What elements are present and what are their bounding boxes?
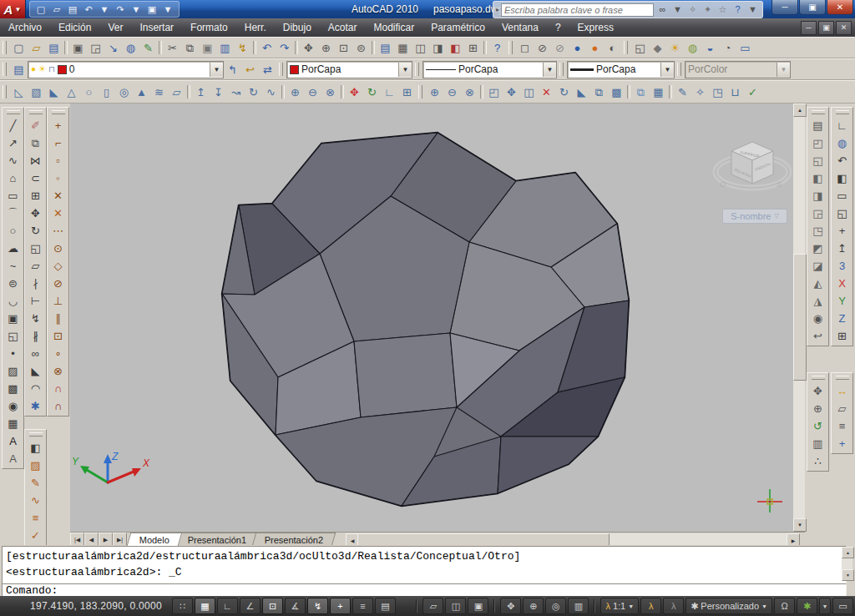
- array-icon[interactable]: ⊞: [27, 187, 44, 204]
- rotate-icon[interactable]: ↻: [27, 222, 44, 240]
- toolbar-grip[interactable]: [29, 110, 43, 114]
- copy-edges-icon[interactable]: ⧉: [632, 84, 650, 100]
- rotate-faces-icon[interactable]: ↻: [555, 84, 573, 100]
- toolbar-grip[interactable]: [836, 376, 849, 380]
- extend-icon[interactable]: ⊢: [27, 292, 44, 310]
- application-menu-button[interactable]: A▼: [0, 0, 26, 18]
- pan-icon[interactable]: ✥: [500, 598, 521, 614]
- markup-icon[interactable]: ✎: [139, 40, 157, 56]
- 3d-dwf-icon[interactable]: ◍: [122, 40, 139, 56]
- revision-cloud-icon[interactable]: ☁: [4, 240, 22, 257]
- plot-icon[interactable]: ▣: [69, 40, 87, 56]
- left-view-icon[interactable]: ◧: [809, 169, 827, 187]
- named-views-icon[interactable]: ▤: [809, 117, 827, 134]
- previous-tab-icon[interactable]: ◀: [84, 533, 99, 546]
- scroll-up-icon[interactable]: ▲: [842, 547, 854, 558]
- toolbar-grip[interactable]: [812, 110, 825, 114]
- command-input-line[interactable]: Comando:: [2, 583, 847, 597]
- toggle-lwt[interactable]: ≡: [352, 598, 373, 614]
- tool-palettes-icon[interactable]: ◫: [412, 40, 429, 56]
- doc-minimize-button[interactable]: ─: [801, 21, 817, 35]
- workspace-switching-button[interactable]: ✱ Personalizado ▼: [686, 598, 772, 614]
- color-control-dropdown[interactable]: PorCapa ▼: [286, 61, 412, 78]
- scroll-down-icon[interactable]: ▼: [842, 569, 854, 581]
- y-rotate-ucs-icon[interactable]: Y: [833, 292, 851, 310]
- tab-presentación1[interactable]: Presentación1: [175, 533, 260, 546]
- layer-properties-manager-icon[interactable]: ▤: [10, 62, 28, 78]
- model-icon[interactable]: ▱: [422, 598, 443, 614]
- manage-visual-styles-icon[interactable]: ◐: [604, 40, 621, 56]
- world-ucs-icon[interactable]: ◍: [833, 134, 851, 152]
- top-view-icon[interactable]: ◰: [809, 134, 827, 152]
- snap-midpoint-icon[interactable]: ◦: [49, 169, 67, 187]
- edit-attribute-icon[interactable]: ✓: [27, 527, 44, 544]
- restore-button[interactable]: ▣: [799, 0, 826, 15]
- layer-control-dropdown[interactable]: ● ☀ ⊓ 0 ▼: [28, 61, 224, 78]
- draworder-icon[interactable]: ◧: [27, 439, 44, 457]
- plot-preview-icon[interactable]: ◲: [87, 40, 104, 56]
- snap-apparent-intersection-icon[interactable]: ✕: [49, 204, 67, 222]
- toolbar-grip[interactable]: [677, 63, 681, 76]
- join-icon[interactable]: ∞: [27, 345, 44, 362]
- create-camera-icon[interactable]: ◉: [809, 310, 827, 327]
- snap-from-icon[interactable]: ⌐: [49, 134, 67, 152]
- tab-modelo[interactable]: Modelo: [127, 533, 183, 546]
- show-motion-icon[interactable]: ▥: [568, 598, 589, 614]
- undo-icon[interactable]: ↶: [81, 3, 96, 16]
- distance-icon[interactable]: ↔: [833, 382, 851, 400]
- minimize-button[interactable]: ─: [772, 0, 798, 15]
- undo-icon[interactable]: ↶: [258, 40, 276, 56]
- zoom-realtime-icon[interactable]: ⊕: [317, 40, 335, 56]
- temporary-track-point-icon[interactable]: +: [49, 117, 67, 134]
- menu-acotar[interactable]: Acotar: [320, 18, 366, 37]
- snap-endpoint-icon[interactable]: ▫: [49, 152, 67, 169]
- toggle-grid[interactable]: ▦: [195, 598, 215, 614]
- nw-isometric-icon[interactable]: ◮: [809, 292, 827, 310]
- quick-view-drawings-icon[interactable]: ▣: [468, 598, 488, 614]
- bottom-view-icon[interactable]: ◱: [809, 152, 827, 169]
- snap-node-icon[interactable]: ∘: [49, 345, 67, 362]
- publish-icon[interactable]: ↘: [104, 40, 122, 56]
- close-button[interactable]: ✕: [827, 0, 853, 15]
- toolbar-grip[interactable]: [836, 110, 849, 114]
- union-icon[interactable]: ⊕: [426, 84, 443, 100]
- circle-icon[interactable]: ○: [4, 222, 22, 240]
- save-icon[interactable]: ▤: [45, 40, 63, 56]
- toggle-ortho[interactable]: ∟: [217, 598, 238, 614]
- rectangle-icon[interactable]: ▭: [4, 187, 22, 204]
- quick-view-layouts-icon[interactable]: ◫: [445, 598, 466, 614]
- snap-none-icon[interactable]: ∩: [49, 380, 67, 397]
- last-tab-icon[interactable]: ▶|: [113, 533, 127, 546]
- dropdown-icon[interactable]: ▼: [670, 3, 685, 16]
- apply-ucs-icon[interactable]: ⊞: [833, 327, 851, 345]
- drawing-viewport[interactable]: O S SUPERIOR IZQUIERDA FRONTAL Z Y X: [70, 104, 794, 532]
- union-icon[interactable]: ⊕: [286, 84, 304, 100]
- osnap-settings-icon[interactable]: ∩: [49, 397, 67, 415]
- separate-icon[interactable]: ◳: [709, 84, 726, 100]
- revolve-icon[interactable]: ↻: [245, 84, 262, 100]
- 3d-rotate-icon[interactable]: ↻: [363, 84, 381, 100]
- menu-ver[interactable]: Ver: [99, 18, 131, 37]
- communication-center-icon[interactable]: ✦: [701, 3, 715, 16]
- 3d-hidden-icon[interactable]: ⊘: [551, 40, 569, 56]
- gradient-icon[interactable]: ▩: [4, 380, 22, 397]
- copy-faces-icon[interactable]: ⧉: [590, 84, 608, 100]
- infocenter-search-input[interactable]: [501, 3, 654, 17]
- snap-tangent-icon[interactable]: ⊘: [49, 275, 67, 292]
- face-ucs-icon[interactable]: ◧: [833, 169, 851, 187]
- redo-icon[interactable]: ↷: [113, 3, 128, 16]
- open-icon[interactable]: ▱: [49, 3, 64, 16]
- color-faces-icon[interactable]: ▩: [608, 84, 625, 100]
- previous-view-icon[interactable]: ↩: [809, 327, 827, 345]
- pan-icon[interactable]: ✥: [809, 382, 827, 400]
- toolbar-grip[interactable]: [624, 41, 628, 54]
- block-editor-icon[interactable]: ↯: [234, 40, 251, 56]
- wedge-icon[interactable]: ◣: [45, 84, 63, 100]
- construction-line-icon[interactable]: ↗: [4, 134, 22, 152]
- menu-archivo[interactable]: Archivo: [0, 18, 50, 37]
- 2d-wireframe-icon[interactable]: ◻: [516, 40, 534, 56]
- point-icon[interactable]: •: [4, 345, 22, 362]
- coordinates-readout[interactable]: 197.4190, 183.2090, 0.0000: [30, 600, 172, 612]
- snap-perpendicular-icon[interactable]: ⊥: [49, 292, 67, 310]
- snap-quadrant-icon[interactable]: ◇: [49, 257, 67, 275]
